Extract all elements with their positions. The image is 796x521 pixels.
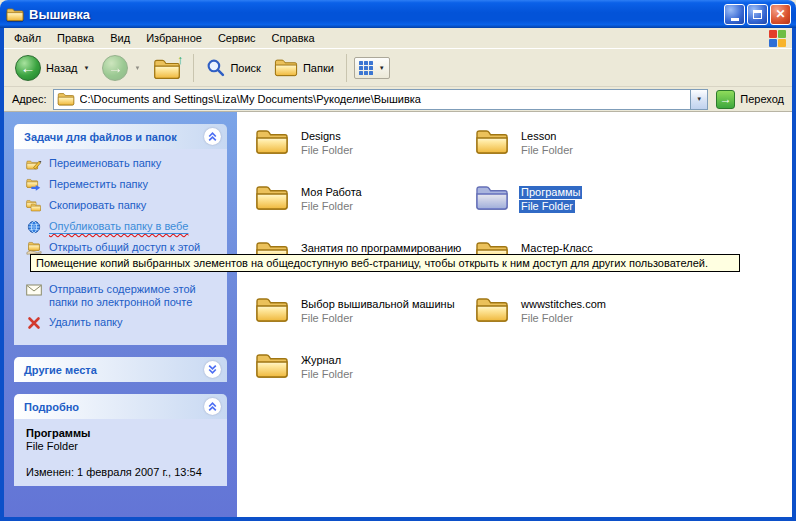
collapse-chevron-icon[interactable]	[204, 398, 221, 415]
minimize-icon	[731, 18, 739, 21]
address-bar: Адрес: C:\Documents and Settings\Liza\My…	[4, 87, 792, 112]
task-copy-folder[interactable]: Скопировать папку	[26, 199, 221, 213]
folder-icon	[255, 184, 289, 211]
task-publish-folder-web[interactable]: Опубликовать папку в вебе	[26, 220, 221, 234]
toolbar-separator	[346, 54, 347, 82]
go-button[interactable]: → Переход	[714, 90, 784, 109]
folders-icon	[274, 58, 298, 77]
folder-item-programmy[interactable]: Программы File Folder	[475, 184, 705, 240]
menu-tools[interactable]: Сервис	[210, 29, 264, 47]
address-value: C:\Documents and Settings\Liza\My Docume…	[80, 93, 686, 105]
task-rename-folder[interactable]: Переименовать папку	[26, 157, 221, 171]
menu-edit[interactable]: Правка	[49, 29, 102, 47]
folder-icon-selected	[475, 184, 509, 211]
task-email-folder[interactable]: Отправить содержимое этой папки по элект…	[26, 283, 221, 309]
forward-dropdown-icon: ▼	[134, 65, 140, 71]
folder-icon	[255, 128, 289, 155]
maximize-button[interactable]	[747, 4, 768, 25]
address-dropdown-button[interactable]: ▼	[690, 90, 707, 109]
folder-item-zhurnal[interactable]: Журнал File Folder	[255, 352, 475, 408]
menu-help[interactable]: Справка	[264, 29, 323, 47]
menu-file[interactable]: Файл	[6, 29, 49, 47]
tasks-panel-title: Задачи для файлов и папок	[24, 131, 177, 143]
windows-logo-icon	[769, 30, 786, 47]
explorer-window: Вышивка ✕ Файл Правка Вид Избранное Серв…	[0, 0, 796, 521]
share-folder-icon	[26, 241, 43, 255]
go-arrow-icon: →	[716, 90, 735, 109]
back-dropdown-icon[interactable]: ▼	[84, 65, 90, 71]
expand-chevron-icon[interactable]	[204, 361, 221, 378]
email-icon	[26, 283, 43, 297]
close-icon: ✕	[775, 7, 785, 21]
details-panel-header[interactable]: Подробно	[14, 394, 227, 419]
task-delete-folder[interactable]: Удалить папку	[26, 316, 221, 330]
search-icon	[206, 58, 225, 77]
titlebar: Вышивка ✕	[0, 0, 796, 28]
up-button[interactable]: ↑	[148, 53, 186, 83]
search-button[interactable]: Поиск	[201, 55, 265, 80]
toolbar-separator	[193, 54, 194, 82]
details-item-type: File Folder	[26, 440, 221, 452]
back-icon: ←	[15, 55, 41, 81]
minimize-button[interactable]	[724, 4, 745, 25]
folder-icon	[255, 352, 289, 379]
details-panel-body: Программы File Folder Изменен: 1 февраля…	[14, 419, 227, 486]
menu-bar: Файл Правка Вид Избранное Сервис Справка	[4, 28, 792, 49]
delete-icon	[26, 316, 43, 330]
rename-folder-icon	[26, 157, 43, 171]
folder-item-designs[interactable]: Designs File Folder	[255, 128, 475, 184]
views-button[interactable]: ▼	[354, 57, 390, 79]
tasks-panel-body: Переименовать папку Переместить папку	[14, 149, 227, 345]
views-icon	[359, 61, 373, 75]
other-places-header[interactable]: Другие места	[14, 357, 227, 382]
task-move-folder[interactable]: Переместить папку	[26, 178, 221, 192]
menu-favorites[interactable]: Избранное	[138, 29, 210, 47]
close-button[interactable]: ✕	[770, 4, 791, 25]
tooltip: Помещение копий выбранных элементов на о…	[30, 254, 740, 272]
task-share-folder[interactable]: Открыть общий доступ к этой	[26, 241, 221, 255]
other-places-title: Другие места	[24, 364, 97, 376]
window-title: Вышивка	[29, 7, 719, 22]
search-label: Поиск	[230, 62, 260, 74]
go-label: Переход	[740, 93, 784, 105]
file-list-view: Designs File Folder Lesson File Folder М…	[237, 112, 792, 517]
window-body: Задачи для файлов и папок	[4, 112, 792, 517]
collapse-chevron-icon[interactable]	[204, 128, 221, 145]
menu-view[interactable]: Вид	[102, 29, 138, 47]
panel-other-places: Другие места	[14, 357, 227, 382]
copy-folder-icon	[26, 199, 43, 213]
details-item-name: Программы	[26, 427, 221, 439]
views-dropdown-icon: ▼	[379, 65, 385, 71]
back-button[interactable]: ← Назад ▼	[10, 52, 94, 84]
folder-item-moya-rabota[interactable]: Моя Работа File Folder	[255, 184, 475, 240]
toolbar: ← Назад ▼ → ▼ ↑ Поиск	[4, 49, 792, 87]
window-controls: ✕	[724, 4, 791, 25]
task-pane-sidebar: Задачи для файлов и папок	[4, 112, 237, 517]
panel-details: Подробно Программы File Folder Изменен: …	[14, 394, 227, 486]
folder-item-wwwstitches-com[interactable]: wwwstitches.com File Folder	[475, 296, 705, 352]
address-label: Адрес:	[12, 93, 47, 105]
folder-icon	[475, 296, 509, 323]
up-folder-icon: ↑	[153, 56, 181, 80]
forward-button[interactable]: → ▼	[97, 52, 145, 84]
tasks-panel-header[interactable]: Задачи для файлов и папок	[14, 124, 227, 149]
window-folder-icon	[6, 7, 24, 22]
dropdown-icon: ▼	[696, 96, 702, 102]
forward-icon: →	[102, 55, 128, 81]
address-input[interactable]: C:\Documents and Settings\Liza\My Docume…	[53, 89, 709, 110]
move-folder-icon	[26, 178, 43, 192]
folder-icon	[475, 128, 509, 155]
back-label: Назад	[46, 62, 78, 74]
maximize-icon	[753, 10, 762, 19]
folders-button[interactable]: Папки	[269, 55, 339, 80]
panel-file-folder-tasks: Задачи для файлов и папок	[14, 124, 227, 345]
folder-item-lesson[interactable]: Lesson File Folder	[475, 128, 705, 184]
details-panel-title: Подробно	[24, 401, 79, 413]
folder-item-vybor-vyshivalnoy-mashiny[interactable]: Выбор вышивальной машины File Folder	[255, 296, 475, 352]
window-frame: Файл Правка Вид Избранное Сервис Справка…	[0, 28, 796, 521]
folders-label: Папки	[303, 62, 334, 74]
publish-web-icon	[26, 220, 43, 234]
details-item-modified: Изменен: 1 февраля 2007 г., 13:54	[26, 466, 221, 478]
folder-icon	[255, 296, 289, 323]
address-folder-icon	[57, 92, 75, 106]
